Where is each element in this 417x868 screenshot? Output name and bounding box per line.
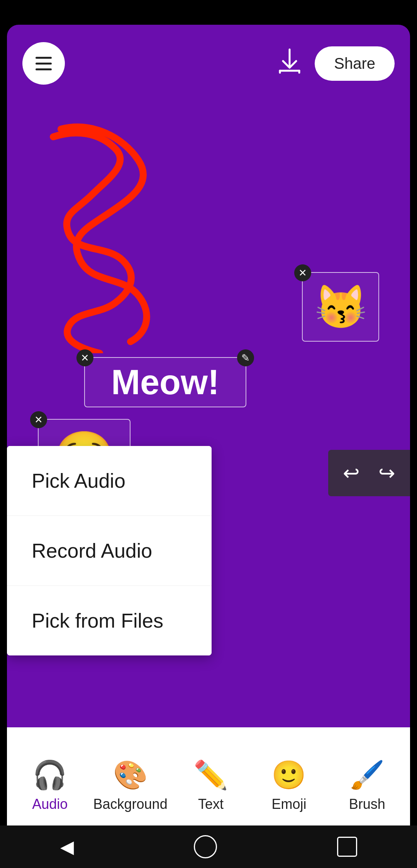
toolbar-background[interactable]: 🎨 Background	[93, 759, 168, 812]
toolbar-audio[interactable]: 🎧 Audio	[15, 759, 85, 812]
recents-icon	[337, 837, 357, 857]
back-button[interactable]: ◀	[45, 832, 89, 861]
cat-emoji: 😽	[314, 282, 367, 332]
menu-button[interactable]	[22, 42, 65, 85]
share-button[interactable]: Share	[315, 46, 395, 81]
pick-files-item[interactable]: Pick from Files	[7, 586, 212, 655]
hamburger-icon	[36, 57, 52, 70]
undo-button[interactable]: ↩	[337, 458, 365, 488]
cat-sticker[interactable]: ✕ 😽	[302, 272, 379, 342]
text-element-edit[interactable]: ✎	[237, 349, 254, 366]
toolbar-brush[interactable]: 🖌️ Brush	[332, 759, 402, 812]
toolbar-emoji[interactable]: 🙂 Emoji	[254, 759, 324, 812]
home-icon	[194, 835, 217, 858]
undo-redo-panel: ↩ ↪	[328, 450, 410, 496]
recents-button[interactable]	[322, 833, 373, 861]
download-button[interactable]	[276, 48, 303, 79]
meow-text: Meow!	[97, 365, 234, 400]
emoji-icon: 🙂	[271, 759, 306, 791]
header-right: Share	[276, 46, 395, 81]
brush-icon: 🖌️	[350, 759, 385, 791]
back-icon: ◀	[60, 836, 74, 857]
brush-label: Brush	[349, 796, 385, 812]
audio-icon: 🎧	[32, 759, 67, 791]
redo-icon: ↪	[378, 462, 395, 484]
canvas-area: ✕ 😽 ✕ ✎ Meow! ✕ 😌 ↩ ↪	[7, 102, 410, 727]
android-nav-bar: ◀	[0, 825, 417, 868]
home-button[interactable]	[178, 831, 232, 862]
drawing-canvas	[30, 121, 192, 353]
close-icon: ✕	[298, 267, 307, 279]
close-icon: ✕	[34, 414, 43, 426]
download-icon	[276, 48, 303, 75]
redo-button[interactable]: ↪	[373, 458, 401, 488]
background-label: Background	[93, 796, 168, 812]
record-audio-item[interactable]: Record Audio	[7, 516, 212, 586]
sleepy-sticker-close[interactable]: ✕	[30, 411, 47, 428]
emoji-label: Emoji	[271, 796, 306, 812]
pick-audio-label: Pick Audio	[32, 470, 125, 492]
toolbar-text[interactable]: ✏️ Text	[176, 759, 246, 812]
text-label: Text	[198, 796, 224, 812]
audio-label: Audio	[32, 796, 68, 812]
pick-audio-item[interactable]: Pick Audio	[7, 446, 212, 516]
undo-icon: ↩	[343, 462, 360, 484]
text-icon: ✏️	[193, 759, 228, 791]
edit-icon: ✎	[241, 352, 250, 364]
text-element[interactable]: ✕ ✎ Meow!	[84, 357, 246, 407]
text-element-close[interactable]: ✕	[76, 349, 93, 366]
cat-sticker-close[interactable]: ✕	[294, 264, 311, 281]
background-icon: 🎨	[113, 759, 148, 791]
close-icon: ✕	[81, 352, 89, 364]
pick-files-label: Pick from Files	[32, 609, 163, 632]
record-audio-label: Record Audio	[32, 540, 152, 562]
header: Share	[7, 25, 410, 102]
audio-dropdown: Pick Audio Record Audio Pick from Files	[7, 446, 212, 655]
